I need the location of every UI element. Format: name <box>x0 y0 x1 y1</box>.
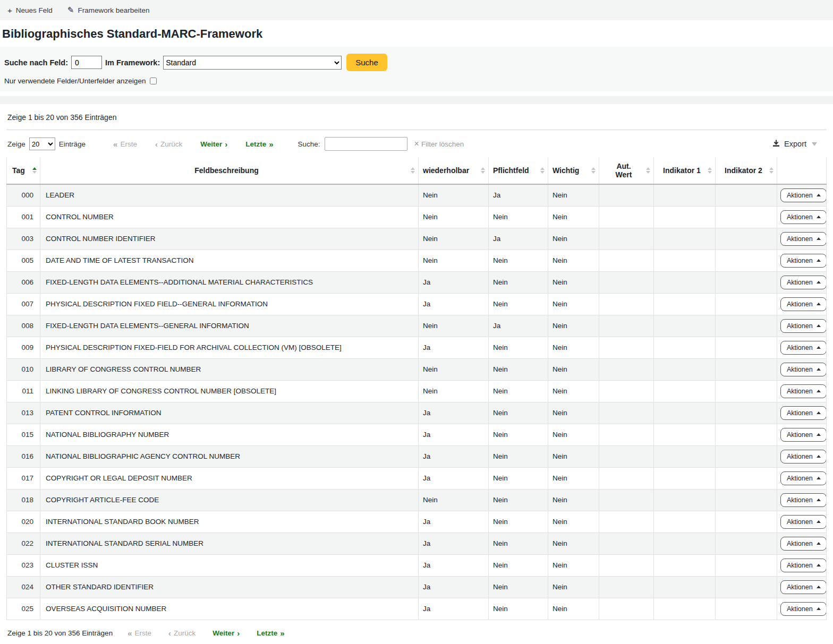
search-field-input[interactable] <box>71 56 102 69</box>
aktionen-button[interactable]: Aktionen <box>780 493 827 507</box>
new-field-button[interactable]: + Neues Feld <box>7 6 53 15</box>
caret-up-icon <box>817 586 821 588</box>
aktionen-button[interactable]: Aktionen <box>780 210 827 224</box>
aktionen-button[interactable]: Aktionen <box>780 515 827 529</box>
indicator2-cell <box>716 445 777 467</box>
double-chevron-left-icon: « <box>128 629 132 638</box>
search-field-label: Suche nach Feld: <box>4 58 68 67</box>
previous-page-button[interactable]: ‹ Zurück <box>168 629 196 638</box>
actions-cell: Aktionen <box>777 293 827 315</box>
actions-cell: Aktionen <box>777 250 827 271</box>
table-row: 001CONTROL NUMBERNeinNeinNeinAktionen <box>7 206 827 228</box>
aktionen-label: Aktionen <box>787 496 813 504</box>
description-cell: LIBRARY OF CONGRESS CONTROL NUMBER <box>40 358 419 380</box>
first-page-button[interactable]: « Erste <box>113 140 137 149</box>
aktionen-button[interactable]: Aktionen <box>780 297 827 311</box>
authorized-value-cell <box>599 206 654 228</box>
column-header-indicator1[interactable]: Indikator 1 <box>654 157 716 184</box>
indicator2-cell <box>716 358 777 380</box>
previous-page-button[interactable]: ‹ Zurück <box>155 140 182 149</box>
aktionen-button[interactable]: Aktionen <box>780 384 827 398</box>
sort-icon <box>646 167 650 174</box>
next-page-button[interactable]: Weiter › <box>212 629 240 638</box>
aktionen-label: Aktionen <box>787 605 813 613</box>
table-info-bottom: Zeige 1 bis 20 von 356 Einträgen <box>7 629 113 637</box>
aktionen-button[interactable]: Aktionen <box>780 559 827 572</box>
double-chevron-right-icon: » <box>280 629 284 638</box>
caret-up-icon <box>817 390 821 392</box>
aktionen-label: Aktionen <box>787 562 813 569</box>
tag-cell: 020 <box>7 511 40 533</box>
aktionen-button[interactable]: Aktionen <box>780 602 827 616</box>
description-cell: NATIONAL BIBLIOGRAPHY NUMBER <box>40 424 419 445</box>
caret-up-icon <box>817 477 821 479</box>
column-header-description[interactable]: Feldbeschreibung <box>40 157 419 184</box>
clear-filter-button[interactable]: × Filter löschen <box>414 140 464 148</box>
actions-cell: Aktionen <box>777 554 827 576</box>
last-page-button[interactable]: Letzte » <box>257 629 284 638</box>
indicator2-cell <box>716 228 777 250</box>
column-header-mandatory[interactable]: Pflichtfeld <box>489 157 548 184</box>
important-cell: Nein <box>548 293 599 315</box>
important-cell: Nein <box>548 554 599 576</box>
double-chevron-right-icon: » <box>269 140 273 149</box>
description-cell: COPYRIGHT ARTICLE-FEE CODE <box>40 489 419 511</box>
mandatory-cell: Nein <box>489 402 548 424</box>
indicator1-cell <box>654 489 716 511</box>
indicator1-cell <box>654 250 716 271</box>
column-header-indicator2[interactable]: Indikator 2 <box>716 157 777 184</box>
aktionen-button[interactable]: Aktionen <box>780 537 827 551</box>
important-cell: Nein <box>548 250 599 271</box>
aktionen-button[interactable]: Aktionen <box>780 319 827 333</box>
description-cell: OTHER STANDARD IDENTIFIER <box>40 576 419 598</box>
indicator1-cell <box>654 511 716 533</box>
sort-icon <box>411 167 415 174</box>
search-submit-button[interactable]: Suche <box>346 54 387 71</box>
column-header-tag[interactable]: Tag <box>7 157 40 184</box>
used-fields-checkbox[interactable] <box>150 78 157 84</box>
filter-search-input[interactable] <box>325 137 407 151</box>
framework-select[interactable]: Standard <box>163 56 342 70</box>
repeatable-cell: Ja <box>419 293 489 315</box>
actions-cell: Aktionen <box>777 228 827 250</box>
mandatory-cell: Nein <box>489 533 548 554</box>
aktionen-button[interactable]: Aktionen <box>780 406 827 420</box>
mandatory-cell: Nein <box>489 271 548 293</box>
aktionen-button[interactable]: Aktionen <box>780 450 827 463</box>
aktionen-button[interactable]: Aktionen <box>780 363 827 376</box>
important-cell: Nein <box>548 337 599 358</box>
column-header-important[interactable]: Wichtig <box>548 157 599 184</box>
aktionen-button[interactable]: Aktionen <box>780 188 827 202</box>
chevron-right-icon: › <box>225 140 227 149</box>
aktionen-button[interactable]: Aktionen <box>780 232 827 246</box>
sort-icon <box>540 167 545 174</box>
aktionen-button[interactable]: Aktionen <box>780 428 827 442</box>
authorized-value-cell <box>599 445 654 467</box>
aktionen-button[interactable]: Aktionen <box>780 341 827 355</box>
tag-cell: 025 <box>7 598 40 620</box>
last-page-button[interactable]: Letzte » <box>245 140 273 149</box>
authorized-value-cell <box>599 358 654 380</box>
important-cell: Nein <box>548 576 599 598</box>
table-row: 022INTERNATIONAL STANDARD SERIAL NUMBERJ… <box>7 533 827 554</box>
aktionen-button[interactable]: Aktionen <box>780 276 827 289</box>
export-button[interactable]: Export <box>772 139 827 149</box>
aktionen-label: Aktionen <box>787 257 813 264</box>
indicator1-cell <box>654 467 716 489</box>
actions-cell: Aktionen <box>777 489 827 511</box>
table-row: 008FIXED-LENGTH DATA ELEMENTS--GENERAL I… <box>7 315 827 337</box>
next-page-button[interactable]: Weiter › <box>200 140 227 149</box>
repeatable-cell: Ja <box>419 598 489 620</box>
page-length-select[interactable]: 20 <box>29 138 55 150</box>
first-page-button[interactable]: « Erste <box>128 629 151 638</box>
sort-icon <box>32 167 37 174</box>
column-header-authorized-value[interactable]: Aut. Wert <box>599 157 654 184</box>
authorized-value-cell <box>599 511 654 533</box>
edit-framework-button[interactable]: ✎ Framework bearbeiten <box>67 5 150 15</box>
column-header-repeatable[interactable]: wiederholbar <box>419 157 489 184</box>
aktionen-button[interactable]: Aktionen <box>780 471 827 485</box>
actions-cell: Aktionen <box>777 445 827 467</box>
aktionen-button[interactable]: Aktionen <box>780 254 827 268</box>
caret-up-icon <box>817 542 821 545</box>
aktionen-button[interactable]: Aktionen <box>780 580 827 594</box>
